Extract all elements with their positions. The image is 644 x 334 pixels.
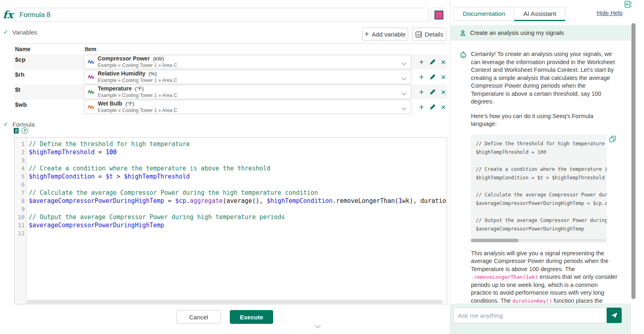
help-tabs: Documentation AI Assistant bbox=[454, 7, 565, 21]
formula-name-input[interactable] bbox=[15, 8, 429, 22]
item-path: Example » Cooling Tower 1 » Area C bbox=[98, 78, 177, 83]
add-row-button[interactable]: + bbox=[418, 58, 425, 66]
remove-row-button[interactable]: × bbox=[440, 58, 447, 66]
signal-icon bbox=[88, 74, 94, 80]
chevron-down-icon bbox=[401, 90, 407, 97]
assistant-code-block: // Define the threshold for high tempera… bbox=[471, 135, 607, 238]
active-tab-indicator bbox=[514, 20, 565, 21]
user-message-text: Create an analysis using my signals bbox=[470, 30, 564, 36]
cancel-button[interactable]: Cancel bbox=[176, 310, 221, 324]
code-line bbox=[29, 156, 447, 164]
code-line bbox=[29, 229, 447, 237]
formula-section-label: Formula bbox=[13, 121, 35, 128]
table-row: $rhRelative Humidity (%)Example » Coolin… bbox=[14, 69, 447, 84]
fx-icon: fx bbox=[3, 9, 13, 21]
formula-code-editor[interactable]: 123456789101112 // Define the threshold … bbox=[14, 137, 447, 304]
item-path: Example » Cooling Tower 1 » Area C bbox=[98, 108, 177, 113]
code-line: $averageCompressorPowerDuringHighTemp bbox=[29, 221, 447, 229]
variable-name: $wb bbox=[14, 99, 84, 108]
chat-input-bar bbox=[450, 304, 631, 334]
variable-name: $rh bbox=[14, 69, 84, 78]
scrollbar-thumb[interactable] bbox=[631, 23, 635, 299]
ask-input[interactable] bbox=[454, 308, 607, 323]
user-icon bbox=[460, 30, 466, 37]
send-button[interactable] bbox=[607, 308, 622, 323]
remove-row-button[interactable]: × bbox=[440, 73, 447, 81]
edit-row-button[interactable] bbox=[429, 88, 436, 96]
table-row: $wbWet Bulb (°F)Example » Cooling Tower … bbox=[14, 99, 447, 114]
edit-row-button[interactable] bbox=[429, 103, 436, 111]
chevron-down-icon bbox=[401, 105, 407, 112]
variables-section-label: Variables bbox=[13, 29, 37, 36]
code-block-horizontal-scrollbar[interactable] bbox=[471, 239, 607, 242]
add-row-button[interactable]: + bbox=[418, 88, 425, 96]
item-path: Example » Cooling Tower 1 » Area C bbox=[98, 62, 177, 68]
chevron-down-icon bbox=[401, 60, 407, 67]
tab-ai-assistant[interactable]: AI Assistant bbox=[514, 7, 565, 20]
hide-help-link[interactable]: Hide Help bbox=[597, 10, 623, 16]
code-line bbox=[29, 181, 447, 189]
code-line: // Define the threshold for high tempera… bbox=[29, 140, 447, 148]
code-line: $highTempThreshold = 100 bbox=[29, 148, 447, 156]
chat-vertical-scrollbar[interactable] bbox=[631, 22, 635, 303]
signal-icon bbox=[88, 89, 94, 95]
chat-area: Create an analysis using my signals Cert… bbox=[450, 22, 631, 304]
details-button[interactable]: Details bbox=[412, 28, 447, 41]
code-line: // Create a condition where the temperat… bbox=[29, 164, 447, 172]
editor-code-area[interactable]: // Define the threshold for high tempera… bbox=[27, 138, 447, 304]
plus-icon: + bbox=[364, 30, 369, 39]
execute-button[interactable]: Execute bbox=[230, 310, 273, 324]
edit-row-button[interactable] bbox=[429, 58, 436, 66]
edit-row-button[interactable] bbox=[429, 73, 436, 81]
send-icon bbox=[611, 312, 618, 319]
variables-rows: $cpCompressor Power (kW)Example » Coolin… bbox=[14, 54, 447, 114]
color-swatch-button[interactable] bbox=[431, 8, 447, 22]
scrollbar-thumb[interactable] bbox=[27, 300, 442, 304]
table-row: $cpCompressor Power (kW)Example » Coolin… bbox=[14, 54, 447, 69]
column-header-name: Name bbox=[14, 46, 85, 52]
help-icon[interactable]: ? bbox=[21, 127, 28, 134]
variable-name: $cp bbox=[14, 54, 84, 63]
assistant-message: Certainly! To create an analysis using y… bbox=[450, 41, 631, 304]
remove-row-button[interactable]: × bbox=[440, 88, 447, 96]
editor-line-numbers: 123456789101112 bbox=[15, 138, 27, 304]
code-line: $averageCompressorPowerDuringHighTemp = … bbox=[29, 197, 447, 205]
code-line: // Calculate the average Compressor Powe… bbox=[29, 189, 447, 197]
code-line: $highTempCondition = $t > $highTempThres… bbox=[29, 172, 447, 181]
variables-table: Name Item $cpCompressor Power (kW)Exampl… bbox=[14, 43, 447, 114]
add-variable-button[interactable]: + Add variable bbox=[362, 28, 408, 41]
formula-tool-panel: fx ✓ Variables + Add variable Details Na… bbox=[0, 0, 450, 334]
signal-icon bbox=[88, 104, 94, 110]
copy-icon[interactable] bbox=[609, 136, 616, 144]
inline-code: durationKey() bbox=[512, 298, 552, 304]
item-name: Temperature (°F) bbox=[98, 85, 143, 92]
tab-documentation[interactable]: Documentation bbox=[454, 7, 514, 20]
add-row-button[interactable]: + bbox=[418, 103, 425, 111]
details-chart-icon bbox=[415, 31, 422, 38]
help-panel: Documentation AI Assistant Hide Help Cre… bbox=[450, 0, 644, 334]
collapse-panel-icon[interactable] bbox=[625, 1, 632, 9]
add-row-button[interactable]: + bbox=[418, 73, 425, 81]
inline-code: .removeLongerThan(1wk) bbox=[471, 274, 538, 280]
column-header-item: Item bbox=[85, 46, 96, 52]
code-line bbox=[29, 205, 447, 213]
table-row: $tTemperature (°F)Example » Cooling Towe… bbox=[14, 84, 447, 99]
item-dropdown[interactable]: Relative Humidity (%)Example » Cooling T… bbox=[84, 70, 411, 84]
item-dropdown[interactable]: Wet Bulb (°F)Example » Cooling Tower 1 »… bbox=[84, 100, 411, 114]
signal-icon bbox=[88, 59, 94, 65]
chevron-down-icon bbox=[401, 75, 407, 82]
chevron-down-icon[interactable] bbox=[314, 323, 321, 330]
assistant-paragraph: This analysis will give you a signal rep… bbox=[471, 250, 618, 304]
item-dropdown[interactable]: Compressor Power (kW)Example » Cooling T… bbox=[84, 55, 411, 69]
assistant-paragraph: Here's how you can do it using Seeq's Fo… bbox=[471, 112, 618, 128]
item-dropdown[interactable]: Temperature (°F)Example » Cooling Tower … bbox=[84, 85, 411, 99]
variables-table-header: Name Item bbox=[14, 44, 447, 54]
assistant-paragraph: Certainly! To create an analysis using y… bbox=[471, 50, 618, 106]
color-swatch bbox=[434, 11, 443, 19]
editor-horizontal-scrollbar[interactable] bbox=[27, 300, 446, 304]
variable-name: $t bbox=[14, 84, 84, 93]
remove-row-button[interactable]: × bbox=[440, 103, 447, 111]
formula-log-icon[interactable] bbox=[13, 127, 19, 134]
item-path: Example » Cooling Tower 1 » Area C bbox=[98, 93, 177, 98]
scrollbar-thumb[interactable] bbox=[471, 239, 518, 242]
